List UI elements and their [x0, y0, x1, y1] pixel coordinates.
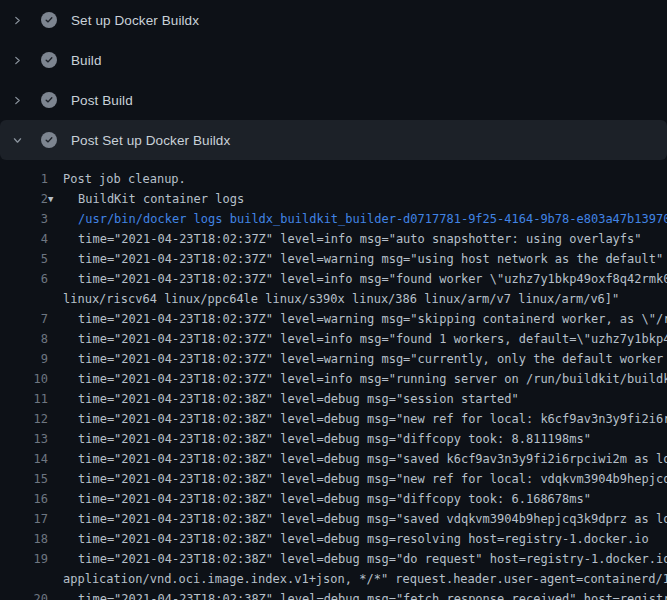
triangle-down-icon[interactable]: ▼	[48, 189, 63, 209]
log-line-number[interactable]: 19	[0, 549, 48, 569]
step-section-header[interactable]: Build	[0, 40, 667, 80]
log-line-number[interactable]: 20	[0, 589, 48, 600]
log-line-number[interactable]: 12	[0, 409, 48, 429]
log-line: 5 time="2021-04-23T18:02:37Z" level=warn…	[0, 249, 667, 269]
step-section-header[interactable]: Post Build	[0, 80, 667, 120]
log-line-text: linux/riscv64 linux/ppc64le linux/s390x …	[63, 289, 619, 309]
log-line-text: time="2021-04-23T18:02:38Z" level=debug …	[78, 549, 667, 569]
log-line-number[interactable]: 2	[0, 189, 48, 209]
log-line: linux/riscv64 linux/ppc64le linux/s390x …	[0, 289, 667, 309]
log-line: 7 time="2021-04-23T18:02:37Z" level=warn…	[0, 309, 667, 329]
log-line: application/vnd.oci.image.index.v1+json,…	[0, 569, 667, 589]
log-group-toggle[interactable]: 2 ▼BuildKit container logs	[0, 189, 667, 209]
log-line: 4 time="2021-04-23T18:02:37Z" level=info…	[0, 229, 667, 249]
check-circle-icon	[41, 132, 57, 148]
log-line: 11 time="2021-04-23T18:02:38Z" level=deb…	[0, 389, 667, 409]
step-section-header[interactable]: Post Set up Docker Buildx	[0, 120, 667, 160]
log-line-text: time="2021-04-23T18:02:38Z" level=debug …	[78, 509, 667, 529]
log-line-text: BuildKit container logs	[78, 189, 244, 209]
chevron-right-icon[interactable]	[9, 92, 25, 108]
step-section-header[interactable]: Set up Docker Buildx	[0, 0, 667, 40]
log-line-text: time="2021-04-23T18:02:37Z" level=info m…	[78, 229, 642, 249]
log-line: 10 time="2021-04-23T18:02:37Z" level=inf…	[0, 369, 667, 389]
log-line: 6 time="2021-04-23T18:02:37Z" level=info…	[0, 269, 667, 289]
log-line: 18 time="2021-04-23T18:02:38Z" level=deb…	[0, 529, 667, 549]
log-line-number[interactable]: 18	[0, 529, 48, 549]
chevron-down-icon[interactable]	[9, 132, 25, 148]
log-line: 16 time="2021-04-23T18:02:38Z" level=deb…	[0, 489, 667, 509]
log-line: 20 time="2021-04-23T18:02:38Z" level=deb…	[0, 589, 667, 600]
log-line-number	[0, 289, 48, 309]
log-line-number[interactable]: 5	[0, 249, 48, 269]
log-line-number[interactable]: 14	[0, 449, 48, 469]
step-title: Post Build	[71, 93, 133, 108]
log-line-text: time="2021-04-23T18:02:38Z" level=debug …	[78, 489, 591, 509]
log-line-number[interactable]: 11	[0, 389, 48, 409]
log-line-text: time="2021-04-23T18:02:37Z" level=info m…	[78, 329, 667, 349]
step-log-output: 1 Post job cleanup. 2 ▼BuildKit containe…	[0, 160, 667, 600]
log-line: 19 time="2021-04-23T18:02:38Z" level=deb…	[0, 549, 667, 569]
log-line-number[interactable]: 15	[0, 469, 48, 489]
log-line-number[interactable]: 17	[0, 509, 48, 529]
log-line: 17 time="2021-04-23T18:02:38Z" level=deb…	[0, 509, 667, 529]
log-line-text: application/vnd.oci.image.index.v1+json,…	[63, 569, 667, 589]
log-line: 13 time="2021-04-23T18:02:38Z" level=deb…	[0, 429, 667, 449]
log-line-number[interactable]: 8	[0, 329, 48, 349]
log-line: 3 /usr/bin/docker logs buildx_buildkit_b…	[0, 209, 667, 229]
log-line-text: time="2021-04-23T18:02:38Z" level=debug …	[78, 389, 519, 409]
log-line: 15 time="2021-04-23T18:02:38Z" level=deb…	[0, 469, 667, 489]
log-line-number[interactable]: 9	[0, 349, 48, 369]
check-circle-icon	[41, 12, 57, 28]
log-line: 1 Post job cleanup.	[0, 169, 667, 189]
log-line-text: time="2021-04-23T18:02:38Z" level=debug …	[78, 529, 649, 549]
step-title: Post Set up Docker Buildx	[71, 133, 230, 148]
log-line: 8 time="2021-04-23T18:02:37Z" level=info…	[0, 329, 667, 349]
log-line-number[interactable]: 13	[0, 429, 48, 449]
log-line-text: /usr/bin/docker logs buildx_buildkit_bui…	[78, 209, 667, 229]
log-line-text: time="2021-04-23T18:02:38Z" level=debug …	[78, 449, 667, 469]
workflow-steps-list: Set up Docker Buildx Build Post Build	[0, 0, 667, 160]
log-line-number[interactable]: 3	[0, 209, 48, 229]
log-line-number	[0, 569, 48, 589]
log-line-text: Post job cleanup.	[63, 169, 186, 189]
log-line-number[interactable]: 6	[0, 269, 48, 289]
log-line-number[interactable]: 16	[0, 489, 48, 509]
check-circle-icon	[41, 92, 57, 108]
log-line-number[interactable]: 7	[0, 309, 48, 329]
log-line-text: time="2021-04-23T18:02:37Z" level=warnin…	[78, 349, 667, 369]
log-line-text: time="2021-04-23T18:02:37Z" level=warnin…	[78, 309, 667, 329]
log-line: 14 time="2021-04-23T18:02:38Z" level=deb…	[0, 449, 667, 469]
log-line: 9 time="2021-04-23T18:02:37Z" level=warn…	[0, 349, 667, 369]
log-line-text: time="2021-04-23T18:02:37Z" level=info m…	[78, 269, 667, 289]
log-line: 12 time="2021-04-23T18:02:38Z" level=deb…	[0, 409, 667, 429]
log-line-text: time="2021-04-23T18:02:37Z" level=info m…	[78, 369, 667, 389]
log-line-text: time="2021-04-23T18:02:38Z" level=debug …	[78, 469, 667, 489]
log-line-number[interactable]: 4	[0, 229, 48, 249]
check-circle-icon	[41, 52, 57, 68]
log-line-number[interactable]: 1	[0, 169, 48, 189]
log-line-number[interactable]: 10	[0, 369, 48, 389]
chevron-right-icon[interactable]	[9, 52, 25, 68]
step-title: Build	[71, 53, 102, 68]
log-line-text: time="2021-04-23T18:02:38Z" level=debug …	[78, 409, 667, 429]
chevron-right-icon[interactable]	[9, 12, 25, 28]
log-line-text: time="2021-04-23T18:02:38Z" level=debug …	[78, 589, 667, 600]
log-line-text: time="2021-04-23T18:02:38Z" level=debug …	[78, 429, 591, 449]
step-title: Set up Docker Buildx	[71, 13, 199, 28]
log-line-text: time="2021-04-23T18:02:37Z" level=warnin…	[78, 249, 663, 269]
